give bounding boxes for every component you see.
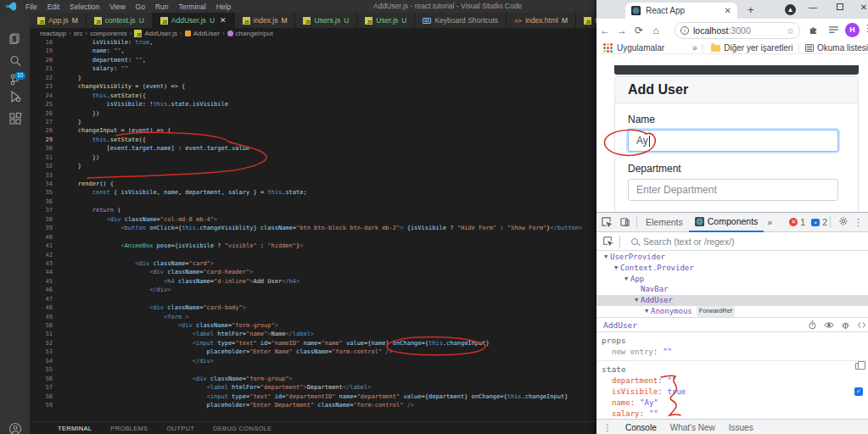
copy-state-icon[interactable] <box>855 363 861 370</box>
breadcrumb-item-adduser[interactable]: AddUser <box>185 30 220 37</box>
tree-row-anonymous[interactable]: ▼AnonymousForwardRef <box>596 306 868 317</box>
tab-close-icon[interactable]: ✕ <box>725 6 731 15</box>
devtools-menu-icon[interactable]: ⋮ <box>854 217 863 228</box>
site-info-icon[interactable]: i <box>680 26 689 35</box>
apps-grid-icon[interactable] <box>603 43 613 53</box>
devtools-tab-elements[interactable]: Elements <box>640 213 689 232</box>
editor-tab-user-js[interactable]: JSUser.jsU <box>357 13 415 28</box>
git-status-U: U <box>344 16 349 25</box>
editor-tab-index-js[interactable]: JSindex.jsM <box>235 13 296 28</box>
suspense-timer-icon[interactable] <box>808 320 817 330</box>
breadcrumb-item-reactapp[interactable]: reactapp <box>40 30 66 37</box>
chrome-menu-icon[interactable]: ⋮ <box>863 23 868 34</box>
panel-tab-terminal[interactable]: TERMINAL <box>58 425 92 432</box>
menu-item-selection[interactable]: Selection <box>64 3 104 11</box>
kv-row-new-entry[interactable]: new entry:"" <box>596 347 868 358</box>
menu-item-edit[interactable]: Edit <box>42 3 65 11</box>
department-input[interactable]: Enter Department <box>628 179 838 201</box>
menu-item-view[interactable]: View <box>104 3 130 11</box>
reading-list-icon[interactable] <box>805 44 814 52</box>
bookmarks-overflow-icon[interactable]: » <box>692 43 697 53</box>
select-component-icon[interactable] <box>598 236 617 248</box>
name-input[interactable]: Ay <box>628 130 838 152</box>
breadcrumb-item-adduser-js[interactable]: JSAddUser.js <box>134 30 177 37</box>
drawer-menu-icon[interactable]: ⋮ <box>603 423 612 432</box>
back-icon[interactable]: ← <box>596 25 613 36</box>
menu-item-run[interactable]: Run <box>150 3 174 11</box>
browser-tab[interactable]: React App ✕ <box>625 3 737 19</box>
reading-list-label[interactable]: Okuma listesi <box>817 43 868 53</box>
devtools-settings-icon[interactable] <box>838 216 848 228</box>
tree-row-adduser[interactable]: ▼AddUser <box>596 295 868 306</box>
code-editor[interactable]: 18 isVisibile: true,19 name: "",20 depar… <box>30 38 596 421</box>
components-search-input[interactable]: Search (text or /regex/) <box>643 236 734 247</box>
error-badge-icon[interactable]: ✕ <box>789 218 798 226</box>
editor-tab-users-js[interactable]: JSUsers.jsU <box>295 13 357 28</box>
debug-bug-icon[interactable] <box>841 320 850 330</box>
menu-item-help[interactable]: Help <box>211 3 236 11</box>
editor-tab-context-js[interactable]: JScontext.jsU <box>87 13 153 28</box>
device-toolbar-icon[interactable] <box>615 216 634 229</box>
bookmark-apps-label[interactable]: Uygulamalar <box>617 43 664 53</box>
menu-item-file[interactable]: File <box>20 3 42 11</box>
reading-list-extension-icon[interactable] <box>829 26 838 34</box>
window-maximize-button[interactable] <box>831 0 849 17</box>
extensions-puzzle-icon[interactable] <box>809 25 818 35</box>
editor-tab-adduser-js[interactable]: JSAddUser.jsU✕ <box>153 13 235 28</box>
boolean-checkbox[interactable]: ✓ <box>854 387 863 396</box>
explorer-icon[interactable] <box>0 28 30 50</box>
breadcrumb-item-components[interactable]: components <box>90 30 127 37</box>
forward-icon[interactable]: → <box>613 25 630 36</box>
breadcrumb-item-changeinput[interactable]: changeInput <box>227 30 273 37</box>
run-debug-icon[interactable] <box>0 86 30 108</box>
devtools-tab-components[interactable]: Components <box>689 213 764 232</box>
git-status-U: U <box>210 16 215 25</box>
profile-avatar[interactable]: H <box>845 23 860 37</box>
panel-tab-output[interactable]: OUTPUT <box>166 425 194 432</box>
new-tab-button[interactable]: + <box>748 3 754 16</box>
breadcrumb[interactable]: reactapp›src›components›JSAddUser.js›Add… <box>30 28 596 38</box>
editor-tab-keyboard-shortcuts[interactable]: Keyboard Shortcuts <box>415 13 507 28</box>
window-close-button[interactable]: ✕ <box>854 0 868 17</box>
kv-row-department[interactable]: department:"" <box>596 376 868 387</box>
console-tab-issues[interactable]: Issues <box>722 420 760 434</box>
console-tab-console[interactable]: Console <box>619 420 664 434</box>
editor-tab-app-js[interactable]: JSApp.jsM <box>30 13 87 28</box>
menu-item-go[interactable]: Go <box>131 3 150 11</box>
kv-row-isVisibile[interactable]: isVisibile:true✓ <box>596 387 868 398</box>
console-tab-what-s-new[interactable]: What's New <box>664 420 722 434</box>
line-content: } <box>53 74 81 82</box>
extensions-icon[interactable] <box>0 108 30 130</box>
hide-form-button[interactable] <box>614 65 859 75</box>
source-control-icon[interactable]: 10 <box>0 65 30 87</box>
panel-tab-problems[interactable]: PROBLEMS <box>110 425 148 432</box>
view-source-icon[interactable] <box>857 320 866 330</box>
tree-row-app[interactable]: ▼App <box>596 274 868 285</box>
inspect-element-icon[interactable] <box>596 216 615 229</box>
panel-tab-debug-console[interactable]: DEBUG CONSOLE <box>213 425 272 432</box>
devtools-more-tabs-icon[interactable]: » <box>764 217 776 227</box>
menu-item-terminal[interactable]: Terminal <box>174 3 211 11</box>
window-minimize-button[interactable]: — <box>804 0 822 17</box>
browser-tab-title: React App <box>646 6 685 15</box>
tab-close-icon[interactable]: ✕ <box>220 16 227 25</box>
inspect-dom-eye-icon[interactable] <box>824 320 834 330</box>
code-line-52: 52 <input type="text" id="nameID" name="… <box>30 339 596 348</box>
bookmark-star-icon[interactable]: ☆ <box>787 26 794 36</box>
reload-icon[interactable]: ⟳ <box>630 25 647 36</box>
bookmark-other-label[interactable]: Diğer yer işaretleri <box>724 43 792 53</box>
account-icon[interactable] <box>0 418 30 434</box>
tree-row-navbar[interactable]: NavBar <box>596 284 868 295</box>
error-count: 1 <box>800 217 805 227</box>
chrome-update-icon[interactable]: ▲ <box>785 4 796 15</box>
tree-row-userprovider[interactable]: ▼UserProvider <box>596 252 868 263</box>
line-content <box>53 365 64 374</box>
home-icon[interactable]: ⌂ <box>647 25 664 36</box>
address-bar[interactable]: i localhost:3000 ☆ <box>675 22 800 39</box>
breadcrumb-item-src[interactable]: src <box>74 30 83 37</box>
kv-row-name[interactable]: name:"Ay" <box>596 398 868 409</box>
bookmarks-folder-icon[interactable] <box>711 45 720 52</box>
tree-row-context-provider[interactable]: ▼Context.Provider <box>596 263 868 274</box>
editor-tab-index-html[interactable]: <>index.htmlM <box>507 13 576 28</box>
issues-badge-icon[interactable]: ▪ <box>811 219 820 226</box>
